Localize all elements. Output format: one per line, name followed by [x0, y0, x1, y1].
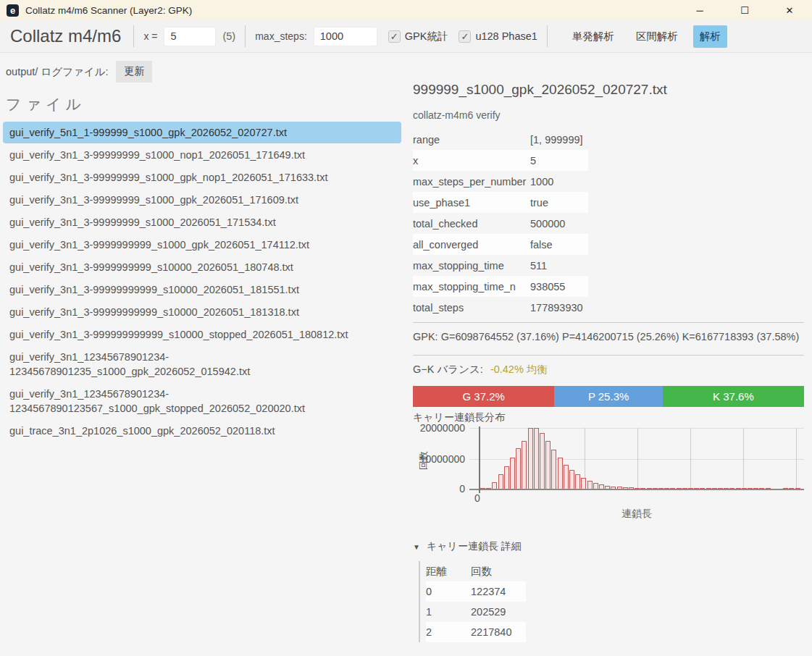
- gridline: [637, 428, 638, 489]
- output-bar: output/ ログファイル: 更新: [0, 53, 407, 83]
- histogram-bar: [510, 458, 515, 489]
- files-heading: ファイル: [6, 94, 407, 114]
- chart-title: キャリー連鎖長分布: [413, 411, 804, 424]
- property-row: max_stopping_time_n938055: [413, 276, 588, 297]
- property-row: total_checked500000: [413, 213, 588, 234]
- histogram-bar: [664, 488, 669, 489]
- histogram-bar: [545, 441, 551, 489]
- y-tick-label: 20000000: [409, 422, 465, 434]
- histogram-bar: [617, 487, 622, 489]
- x-hint: (5): [222, 30, 235, 42]
- toolbar-checkboxes: ✓GPK統計✓u128 Phase1: [377, 30, 537, 43]
- histogram-bar: [569, 470, 574, 489]
- histogram-bar: [575, 474, 580, 489]
- histogram-bar: [748, 488, 753, 489]
- histogram-bar: [688, 488, 693, 489]
- checkbox-gpk-stats[interactable]: ✓GPK統計: [388, 30, 448, 43]
- x-axis-label: 連鎖長: [469, 508, 804, 521]
- histogram-bar: [783, 488, 788, 489]
- toolbar-buttons: 単発解析区間解析解析: [557, 25, 727, 48]
- histogram-bar: [522, 441, 527, 489]
- property-key: x: [413, 155, 530, 167]
- details-col-count: 回数: [471, 565, 492, 579]
- property-value: 938055: [530, 281, 565, 293]
- minimize-icon[interactable]: ─: [677, 0, 722, 20]
- histogram-bar: [599, 484, 604, 489]
- property-row: max_steps_per_number1000: [413, 171, 588, 192]
- histogram-bar: [712, 488, 717, 489]
- histogram-bar: [593, 483, 598, 489]
- file-item[interactable]: gui_verify_3n1_3-99999999_s1000_gpk_nop1…: [3, 167, 401, 188]
- histogram-bar: [551, 450, 556, 489]
- property-key: max_stopping_time: [413, 260, 530, 272]
- property-value: 1000: [530, 176, 553, 188]
- property-key: use_phase1: [413, 197, 530, 209]
- property-key: max_stopping_time_n: [413, 281, 530, 293]
- histogram-bar: [718, 488, 723, 489]
- property-row: use_phase1true: [413, 192, 588, 213]
- gridline: [690, 428, 691, 489]
- x-label: x =: [143, 30, 157, 42]
- file-item[interactable]: gui_verify_3n1_12345678901234-1234567890…: [3, 383, 401, 419]
- analyze-button[interactable]: 解析: [693, 25, 727, 48]
- carry-chain-histogram: 0 回数 20000000100000000: [469, 425, 804, 490]
- histogram-bar: [706, 488, 711, 489]
- histogram-bar: [623, 487, 628, 489]
- single-analysis-button[interactable]: 単発解析: [566, 25, 621, 48]
- file-item[interactable]: gui_verify_3n1_3-99999999_s1000_gpk_2026…: [3, 189, 401, 211]
- histogram-bar: [736, 488, 741, 489]
- gpk-summary: GPK: G=6098764552 (37.16%) P=4146200715 …: [413, 329, 804, 345]
- details-row: 1202529: [426, 602, 526, 622]
- file-item[interactable]: gui_verify_3n1_3-99999999999_s10000_2026…: [3, 279, 401, 300]
- detail-title: 999999_s1000_gpk_2026052_020727.txt: [413, 82, 804, 98]
- file-item[interactable]: gui_verify_3n1_3-9999999999_s10000_20260…: [3, 256, 401, 278]
- file-item[interactable]: gui_verify_3n1_3-99999999_s1000_nop1_202…: [3, 144, 401, 166]
- file-item[interactable]: gui_verify_5n1_1-999999_s1000_gpk_202605…: [3, 122, 401, 143]
- gridline: [469, 428, 804, 429]
- details-distance-value: 0: [426, 586, 471, 597]
- file-item[interactable]: gui_verify_3n1_3-99999999_s1000_2026051_…: [3, 211, 401, 233]
- x-input[interactable]: [164, 27, 216, 46]
- details-count-value: 122374: [471, 586, 506, 597]
- toolbar-separator: [245, 25, 246, 47]
- carry-chain-details-expander[interactable]: ▼ キャリー連鎖長 詳細: [413, 540, 804, 553]
- property-row: all_convergedfalse: [413, 234, 588, 255]
- gk-balance-label: G−K バランス:: [413, 363, 483, 375]
- file-item[interactable]: gui_verify_3n1_3-99999999999_s10000_2026…: [3, 301, 401, 323]
- window-controls: ─ ☐ ✕: [677, 0, 812, 20]
- carry-chain-details-table: 距離回数0122374120252922217840: [419, 561, 804, 642]
- property-row: total_steps177893930: [413, 297, 588, 318]
- histogram-bar: [564, 465, 569, 489]
- file-item[interactable]: gui_verify_3n1_3-999999999999_s10000_sto…: [3, 324, 401, 345]
- histogram-bar: [498, 474, 503, 489]
- histogram-bar: [486, 488, 491, 489]
- range-analysis-button[interactable]: 区間解析: [629, 25, 685, 48]
- histogram-bar: [581, 478, 586, 489]
- property-value: 511: [530, 260, 547, 272]
- histogram-bar: [753, 488, 758, 489]
- property-value: false: [530, 239, 553, 251]
- file-column: output/ ログファイル: 更新 ファイル gui_verify_5n1_1…: [0, 53, 407, 442]
- histogram-bar: [742, 488, 747, 489]
- file-item[interactable]: gui_trace_3n1_2p1026_s1000_gpk_2026052_0…: [3, 420, 401, 442]
- file-item[interactable]: gui_verify_3n1_12345678901234-1234567890…: [3, 346, 401, 382]
- histogram-bar: [658, 488, 664, 489]
- close-icon[interactable]: ✕: [767, 0, 812, 20]
- histogram-bar: [789, 488, 794, 489]
- histogram-bar: [629, 487, 634, 489]
- histogram-bar: [724, 488, 729, 489]
- histogram-bar: [587, 481, 593, 489]
- refresh-button[interactable]: 更新: [116, 61, 152, 83]
- file-item[interactable]: gui_verify_3n1_3-9999999999_s1000_gpk_20…: [3, 234, 401, 256]
- property-row: x5: [413, 150, 588, 171]
- max-steps-input[interactable]: [314, 27, 377, 46]
- histogram-bar: [729, 488, 734, 489]
- detail-column: 999999_s1000_gpk_2026052_020727.txt coll…: [413, 53, 804, 642]
- maximize-icon[interactable]: ☐: [722, 0, 767, 20]
- checkbox-u128-phase1[interactable]: ✓u128 Phase1: [459, 30, 537, 43]
- gk-balance-row: G−K バランス: -0.42% 均衡: [413, 363, 804, 377]
- x-axis-origin-tick: 0: [474, 492, 480, 504]
- details-distance-value: 1: [426, 606, 471, 618]
- details-row: 22217840: [426, 622, 526, 642]
- property-value: [1, 999999]: [530, 134, 583, 146]
